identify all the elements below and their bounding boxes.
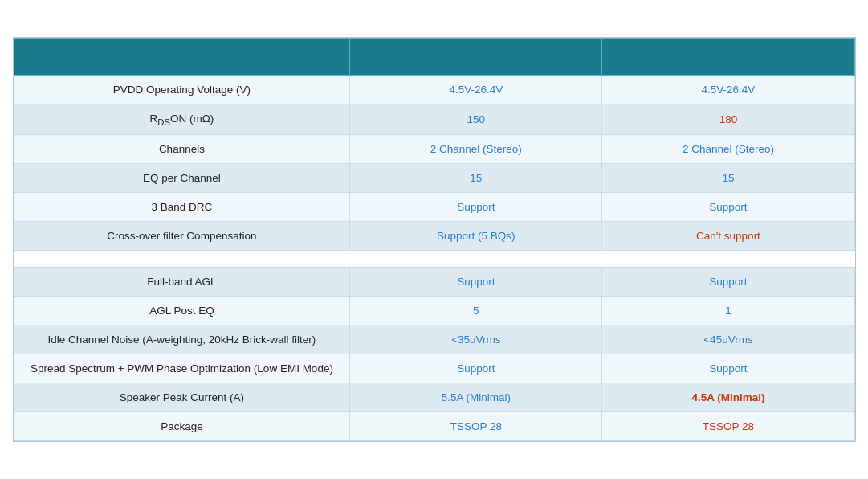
table-header-row — [14, 38, 854, 75]
table-row: Idle Channel Noise (A-weighting, 20kHz B… — [14, 325, 854, 354]
tas-cell: TSSOP 28 — [602, 412, 854, 441]
tas-cell: 15 — [602, 164, 854, 193]
feature-cell: EQ per Channel — [14, 164, 350, 193]
feature-cell: AGL Post EQ — [14, 297, 350, 325]
tas-cell: 1 — [602, 297, 854, 325]
tas-cell: 180 — [602, 104, 854, 135]
acm-cell: TSSOP 28 — [350, 412, 602, 441]
tas-cell: <45uVrms — [602, 325, 854, 354]
acm-cell: <35uVrms — [350, 325, 602, 354]
table-row: Full-band AGLSupportSupport — [14, 268, 854, 297]
feature-cell: 3 Band DRC — [14, 193, 350, 222]
feature-cell: Package — [14, 412, 350, 441]
feature-cell: Channels — [14, 135, 350, 164]
feature-cell: RDSON (mΩ) — [14, 104, 350, 135]
table-row: 3 Band DRCSupportSupport — [14, 193, 854, 222]
acm-cell: 5.5A (Minimal) — [350, 383, 602, 412]
acm-cell: 150 — [350, 104, 602, 135]
feature-cell: Speaker Peak Current (A) — [14, 383, 350, 412]
tas-cell: Support — [602, 354, 854, 383]
table-row: PackageTSSOP 28TSSOP 28 — [14, 412, 854, 441]
feature-cell: Full-band AGL — [14, 268, 350, 297]
tas-cell: Support — [602, 268, 854, 297]
tas-cell: 4.5V-26.4V — [602, 75, 854, 104]
table-row: Speaker Peak Current (A)5.5A (Minimal)4.… — [14, 383, 854, 412]
acm-cell: Support — [350, 193, 602, 222]
header-tas — [602, 38, 854, 75]
table-row: Cross-over filter CompensationSupport (5… — [14, 222, 854, 251]
table-row: PVDD Operating Voltage (V)4.5V-26.4V4.5V… — [14, 75, 854, 104]
tas-cell: 2 Channel (Stereo) — [602, 135, 854, 164]
comparison-table: PVDD Operating Voltage (V)4.5V-26.4V4.5V… — [13, 37, 856, 443]
feature-cell: Cross-over filter Compensation — [14, 222, 350, 251]
acm-cell: 2 Channel (Stereo) — [350, 135, 602, 164]
table-row: RDSON (mΩ)150180 — [14, 104, 854, 135]
acm-cell: Support — [350, 268, 602, 297]
acm-cell: 5 — [350, 297, 602, 325]
header-acm — [350, 38, 602, 75]
acm-cell: Support (5 BQs) — [350, 222, 602, 251]
table-row: Spread Spectrum + PWM Phase Optimization… — [14, 354, 854, 383]
tas-cell: Can't support — [602, 222, 854, 251]
feature-cell: PVDD Operating Voltage (V) — [14, 75, 350, 104]
table-row: EQ per Channel1515 — [14, 164, 854, 193]
tas-cell: 4.5A (Minimal) — [602, 383, 854, 412]
acm-cell: 15 — [350, 164, 602, 193]
acm-cell: Support — [350, 354, 602, 383]
table-row: Channels2 Channel (Stereo)2 Channel (Ste… — [14, 135, 854, 164]
separator-row — [14, 251, 854, 268]
table-row: AGL Post EQ51 — [14, 297, 854, 325]
feature-cell: Idle Channel Noise (A-weighting, 20kHz B… — [14, 325, 350, 354]
feature-cell: Spread Spectrum + PWM Phase Optimization… — [14, 354, 350, 383]
header-feature — [14, 38, 350, 75]
acm-cell: 4.5V-26.4V — [350, 75, 602, 104]
tas-cell: Support — [602, 193, 854, 222]
